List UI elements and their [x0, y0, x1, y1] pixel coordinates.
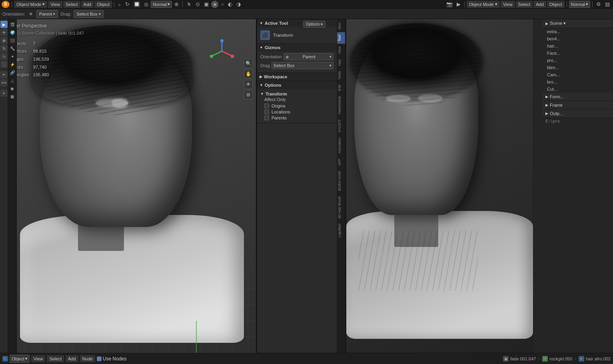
workspace-header[interactable]: ▶ Workspace: [257, 73, 337, 81]
orientation-dropdown-right[interactable]: Normal▾: [569, 1, 590, 8]
right-panel-toggle[interactable]: ▤: [603, 1, 611, 8]
content-area: ▶ ✛ ⊕ ↻ ⤡ ⬛ ✏ ⟺ +: [0, 19, 613, 353]
shading-material[interactable]: ◐: [226, 1, 234, 8]
view-menu-left[interactable]: View: [48, 1, 62, 8]
measure-tool-btn[interactable]: ⟺: [0, 79, 8, 86]
annotate-tool-btn[interactable]: ✏: [0, 71, 8, 78]
select-tool-btn[interactable]: ▶: [0, 21, 8, 28]
form-section-header[interactable]: ▶ Form...: [542, 93, 613, 101]
bottom-select-btn[interactable]: Select: [47, 355, 64, 362]
xray-toggle[interactable]: ▣: [202, 1, 210, 8]
rotate-tool-btn[interactable]: ↻: [0, 45, 8, 52]
left-viewport-bg: User Perspective (231) Scene Collection …: [8, 19, 256, 353]
mode-selector-left[interactable]: Object Mode▾: [14, 1, 47, 8]
left-viewport[interactable]: User Perspective (231) Scene Collection …: [8, 19, 256, 353]
shading-solid[interactable]: ●: [211, 1, 218, 8]
grid-icon[interactable]: ⊞: [244, 90, 253, 99]
parents-checkbox[interactable]: [264, 115, 269, 120]
properties-content: ▶ Scene ▾ extra... ben4... hair... Face.…: [542, 19, 613, 353]
camera-icon[interactable]: 👁: [244, 80, 253, 89]
vtab-faceit[interactable]: FACEIT: [337, 117, 345, 135]
select-menu-right[interactable]: Select: [516, 1, 533, 8]
orientation-icon[interactable]: ⊕: [28, 10, 34, 18]
rp-item-face[interactable]: Face...: [542, 50, 613, 57]
drag-label: Drag:: [60, 12, 71, 16]
frame-section-header[interactable]: ▶ Frame: [542, 101, 613, 109]
orientation-dropdown-left[interactable]: Normal▾: [151, 1, 172, 8]
vtab-app[interactable]: APP: [337, 156, 345, 168]
view-menu-right[interactable]: View: [501, 1, 515, 8]
rp-item-pro[interactable]: pro...: [542, 57, 613, 64]
orientation-value-dropdown[interactable]: Parent▾: [36, 10, 58, 18]
pivot-icon[interactable]: ⊕: [173, 1, 180, 8]
transform-sub-header[interactable]: ▼ Transform: [260, 91, 333, 97]
add-menu-left[interactable]: Add: [81, 1, 94, 8]
shading-wire[interactable]: ○: [219, 1, 226, 8]
object-menu-left[interactable]: Object: [94, 1, 112, 8]
vertices-value: 98,815: [33, 48, 52, 55]
output-section-header[interactable]: ▶ Outp...: [542, 109, 613, 118]
zoom-icon[interactable]: 🔍: [244, 59, 253, 68]
shading-render[interactable]: ◑: [235, 1, 242, 8]
right-panel-icons[interactable]: ⚙: [595, 1, 603, 8]
proportional-icon[interactable]: ◎: [142, 1, 150, 8]
transform-icon-2[interactable]: ↻: [124, 1, 131, 8]
move-view-icon[interactable]: ✋: [244, 70, 253, 78]
options-btn[interactable]: Options ▾: [303, 21, 325, 28]
svg-point-3: [231, 55, 234, 58]
rp-item-cam[interactable]: Cam...: [542, 71, 613, 78]
use-nodes-checkbox[interactable]: [97, 356, 102, 361]
vtab-hairmodule[interactable]: HairModule: [337, 93, 345, 117]
vtab-view[interactable]: View: [337, 44, 345, 56]
move-tool-btn[interactable]: ⊕: [0, 37, 8, 44]
object-menu-right[interactable]: Object: [547, 1, 565, 8]
drag-dropdown-panel[interactable]: Select Box ▾: [272, 62, 333, 69]
vtab-tools[interactable]: Tools: [337, 69, 345, 82]
rp-item-extra[interactable]: extra...: [542, 28, 613, 35]
add-tool-btn[interactable]: +: [0, 90, 8, 97]
gizmos-header[interactable]: ▼ Gizmos: [257, 44, 337, 52]
rp-item-cut[interactable]: Cut...: [542, 86, 613, 93]
render-icon[interactable]: 📷: [445, 1, 454, 8]
blender-logo[interactable]: B: [2, 1, 10, 8]
bottom-object-mode[interactable]: Object▾: [10, 355, 30, 363]
drag-value-dropdown[interactable]: Select Box▾: [74, 10, 104, 18]
transform-gizmo[interactable]: [210, 39, 234, 64]
render-anim-icon[interactable]: ▶: [455, 1, 462, 8]
options-header[interactable]: ▼ Options: [257, 81, 337, 89]
cloak-wrinkles-right: [358, 231, 478, 291]
bottom-view-btn[interactable]: View: [31, 355, 46, 362]
overlay-toggle[interactable]: ⊙: [194, 1, 202, 8]
scene-outliner-header[interactable]: ▶ Scene ▾: [542, 19, 613, 28]
rp-item-hair[interactable]: hair...: [542, 42, 613, 50]
bottom-add-btn[interactable]: Add: [66, 355, 78, 362]
vtab-bgenhair[interactable]: BGEN HAIR: [337, 169, 345, 193]
bottom-engine-icon[interactable]: 🔵: [2, 356, 8, 362]
vtab-3dhairbrush[interactable]: 3D Hair Brush: [337, 194, 345, 221]
orientation-dropdown-panel[interactable]: ⊕ Parent ▾: [284, 53, 333, 60]
mode-selector-right[interactable]: Object Mode▾: [467, 1, 500, 8]
vtab-hair[interactable]: Hair: [337, 57, 345, 68]
origins-checkbox[interactable]: [264, 103, 269, 108]
right-viewport[interactable]: [345, 19, 533, 353]
rp-item-bro[interactable]: bro...: [542, 78, 613, 86]
view-name: User Perspective: [10, 22, 84, 30]
vtab-animation[interactable]: Animation: [337, 135, 345, 156]
vtab-tool[interactable]: Tool: [337, 32, 345, 44]
transform-icon-1[interactable]: ⬦: [116, 1, 123, 8]
vtab-liquifeel[interactable]: Liquifeel: [337, 221, 345, 240]
transform-tool-btn[interactable]: ⬛: [0, 61, 8, 68]
locations-checkbox[interactable]: [264, 109, 269, 114]
rp-item-ben[interactable]: ben4...: [542, 35, 613, 42]
snap-icon[interactable]: 🔲: [132, 1, 142, 8]
rp-item-blen[interactable]: blen...: [542, 64, 613, 71]
cursor-tool-btn[interactable]: ✛: [0, 29, 8, 36]
scale-tool-btn[interactable]: ⤡: [0, 53, 8, 60]
select-menu-left[interactable]: Select: [63, 1, 80, 8]
bottom-node-btn[interactable]: Node: [80, 355, 95, 362]
cursor-toggle[interactable]: 🖱: [185, 1, 193, 8]
options-btn-container: Options ▾: [303, 21, 325, 28]
vtab-edit[interactable]: Edit: [337, 82, 345, 93]
add-menu-right[interactable]: Add: [533, 1, 546, 8]
vtab-item[interactable]: Item: [337, 20, 345, 32]
